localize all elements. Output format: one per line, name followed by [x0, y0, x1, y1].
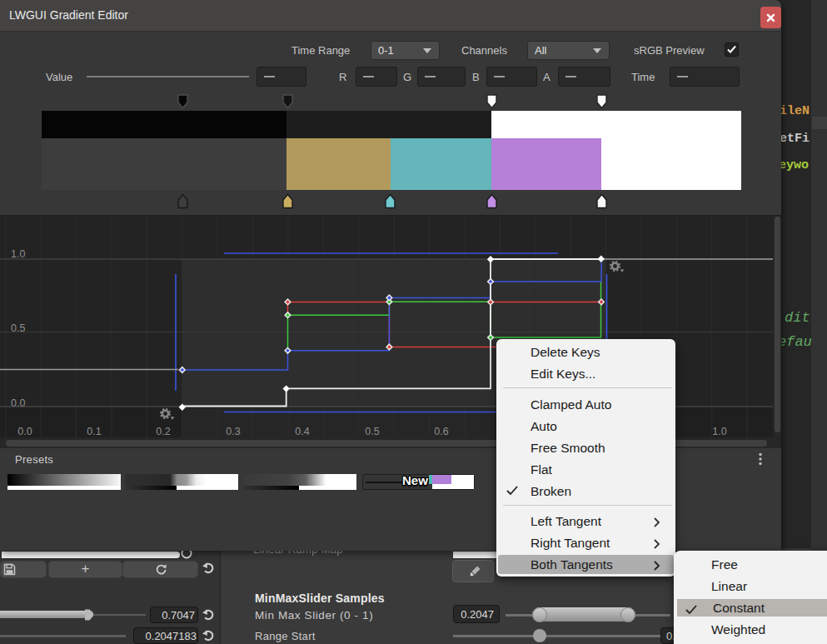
svg-text:0.5: 0.5 [11, 322, 25, 334]
svg-text:0.3: 0.3 [226, 426, 240, 437]
svg-text:1.0: 1.0 [11, 248, 25, 260]
svg-text:0.0: 0.0 [11, 397, 25, 409]
svg-text:0.0: 0.0 [17, 426, 32, 437]
svg-text:0.6: 0.6 [434, 426, 448, 437]
svg-text:0.5: 0.5 [365, 426, 379, 437]
svg-text:1.0: 1.0 [712, 426, 726, 437]
svg-text:0.4: 0.4 [295, 426, 309, 437]
svg-text:0.2: 0.2 [156, 426, 170, 437]
svg-text:0.1: 0.1 [87, 426, 101, 437]
